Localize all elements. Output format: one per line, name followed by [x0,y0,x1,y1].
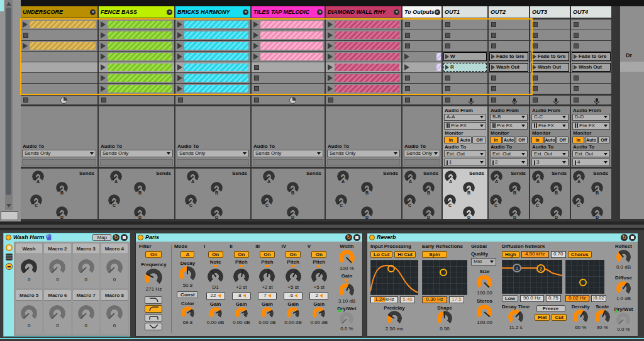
track-stop-button[interactable] [254,98,259,103]
clip-slot[interactable] [21,73,97,83]
clip-slot[interactable] [571,20,611,30]
send-knob-d[interactable]: D [509,206,521,218]
clip-slot[interactable] [21,41,97,51]
scrollbar-thumb[interactable] [6,8,11,195]
send-knob-c[interactable]: C [572,194,584,206]
chorus-button[interactable]: Chorus [568,251,592,258]
clip-play-icon[interactable] [101,21,106,28]
monitor-in-button[interactable]: In [572,137,584,143]
clip-slot[interactable] [99,41,174,51]
clip-slot[interactable] [175,73,250,83]
send-knob-a[interactable]: A [491,170,502,182]
clip-slot[interactable] [175,62,250,72]
fine-tune-box[interactable]: -8 [232,293,251,299]
clip-slot[interactable] [21,30,97,40]
clip-play-icon[interactable] [445,54,449,59]
track-header-bricks-harmony[interactable]: BRICKS HARMONY [175,6,250,18]
clip[interactable] [184,42,248,50]
clip[interactable] [184,31,248,39]
monitor-off-button[interactable]: Off [598,137,610,143]
clip-stop-button[interactable] [445,86,450,91]
send-knob-b[interactable]: B [211,182,223,194]
audio-from-select[interactable]: A-A [444,114,486,121]
low-freq-box[interactable]: 90.0 Hz [520,295,544,302]
track-drop-area[interactable]: Dr [620,6,644,219]
send-knob-c[interactable]: C [335,194,347,206]
clip-play-icon[interactable] [404,64,409,70]
macro-knob-1[interactable] [21,259,37,276]
pitch-knob[interactable] [286,269,301,284]
macro-knob-7[interactable] [78,305,94,321]
clip-play-icon[interactable] [328,32,333,38]
high-freq-box[interactable]: 4.50 kHz [521,251,549,258]
clip-slot[interactable] [326,52,401,62]
output-gain-knob[interactable] [339,283,354,298]
clip-slot[interactable] [443,30,487,40]
clip-play-icon[interactable] [253,21,258,28]
clip[interactable] [260,21,323,28]
clip-slot[interactable] [175,20,250,30]
clip[interactable] [108,53,172,60]
clip-slot[interactable] [402,62,441,72]
send-knob-b[interactable]: B [56,182,68,194]
send-knob-c[interactable]: C [404,194,416,206]
clip-slot[interactable] [402,41,441,51]
clip-stop-button[interactable] [574,43,579,48]
save-preset-icon[interactable] [353,234,360,241]
clip-slot[interactable]: Wash Out [489,62,529,72]
predelay-knob[interactable] [387,311,402,326]
clip-play-icon[interactable] [177,64,182,70]
track-stop-button[interactable] [101,98,106,103]
clip-slot[interactable] [402,30,441,40]
frequency-knob[interactable] [145,269,162,286]
send-knob-a[interactable]: A [573,170,585,182]
clip-stop-button[interactable] [491,43,496,48]
clip[interactable]: Wash Out [489,63,528,72]
clip-stop-button[interactable] [491,75,496,81]
shelf-filter-display[interactable]: 12 [502,260,562,294]
track-stop-button[interactable] [178,98,183,103]
send-knob-a[interactable]: A [32,170,44,182]
clip-stop-button[interactable] [491,86,496,91]
track-stop-button[interactable] [533,98,538,103]
clip-play-icon[interactable] [177,32,182,38]
clip-stop-button[interactable] [533,86,538,91]
clip-slot[interactable] [326,73,401,83]
track-dropdown-icon[interactable] [317,9,323,15]
clip[interactable] [335,42,399,50]
clip[interactable] [335,21,399,28]
vertical-scrollbar[interactable] [5,0,13,210]
clip[interactable] [108,31,172,39]
dry-wet-knob[interactable] [340,312,353,326]
send-knob-b[interactable]: B [550,182,562,194]
clip-slot[interactable] [175,84,250,94]
density-knob[interactable] [573,310,588,325]
clip-slot[interactable] [489,73,529,83]
track-header-out2[interactable]: OUT2 [489,6,529,18]
clip-slot[interactable] [252,41,325,51]
clip-stop-button[interactable] [574,33,579,38]
audio-to-select[interactable]: Sends Only [327,150,400,157]
monitor-auto-button[interactable]: Auto [544,137,556,143]
clip-slot[interactable] [402,52,441,62]
output-channel-select[interactable]: 1 [444,159,486,166]
clip-stop-button[interactable] [574,22,579,27]
send-knob-a[interactable]: A [187,170,199,182]
clip[interactable]: R [443,63,487,72]
send-knob-c[interactable]: C [261,194,273,206]
clip-play-icon[interactable] [404,53,409,60]
device-activator-icon[interactable] [6,235,11,240]
clip[interactable] [108,42,172,50]
clip-slot[interactable] [21,84,97,94]
clip-play-icon[interactable] [328,53,333,60]
decay-time-knob[interactable] [508,310,523,325]
hot-swap-icon[interactable]: ↻ [621,234,628,241]
clip[interactable] [30,42,96,50]
output-channel-select[interactable]: 4 [572,159,610,166]
clip-stop-button[interactable] [533,33,538,38]
fine-tune-box[interactable]: 22 [206,293,225,299]
clip-play-icon[interactable] [23,21,28,28]
send-knob-c[interactable]: C [444,194,456,206]
clip[interactable]: Fade to Gre [489,52,528,61]
scroll-up-icon[interactable] [6,2,11,6]
